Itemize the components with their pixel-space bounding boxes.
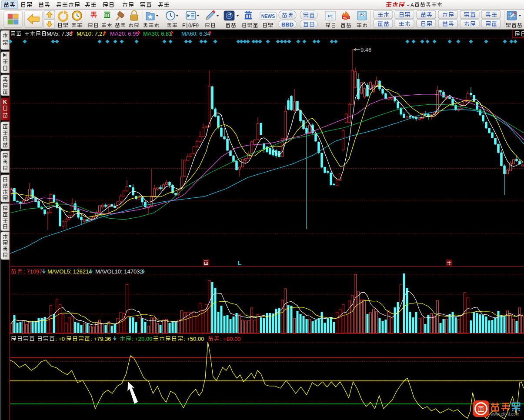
svg-text:MA20: 6.95: MA20: 6.95 [110,30,139,37]
svg-text:MAVOL5: 126214: MAVOL5: 126214 [47,268,92,275]
svg-text:MA5: 7.38: MA5: 7.38 [47,30,72,37]
svg-text:: 71097: : 71097 [23,268,42,275]
svg-text:www.cfchi.com: www.cfchi.com [490,412,519,417]
svg-text:MAVOL10: 147032: MAVOL10: 147032 [95,268,143,275]
svg-text:9.46: 9.46 [360,47,371,53]
svg-text:BBD: BBD [281,21,294,28]
svg-text:F10/F9: F10/F9 [182,23,199,29]
svg-text:IPO: IPO [359,13,365,16]
svg-text:-: - [407,2,409,8]
svg-text:: +50.00: : +50.00 [184,336,204,342]
svg-text:: +0: : +0 [55,336,65,342]
svg-text:A: A [411,2,414,8]
svg-text:HOT: HOT [343,16,350,19]
svg-text:K: K [3,99,7,105]
svg-text:: +79.36: : +79.36 [90,336,111,342]
svg-text:MA10: 7.27: MA10: 7.27 [77,30,106,37]
svg-text:PE: PE [328,14,333,18]
svg-text:L: L [238,260,242,267]
svg-text:: +80.00: : +80.00 [220,336,240,342]
svg-text:MA60: 6.34: MA60: 6.34 [181,30,210,37]
svg-text:MA30: 6.81: MA30: 6.81 [143,30,172,37]
svg-text:: +20.00: : +20.00 [132,336,152,342]
svg-text:NEWS: NEWS [261,13,275,19]
